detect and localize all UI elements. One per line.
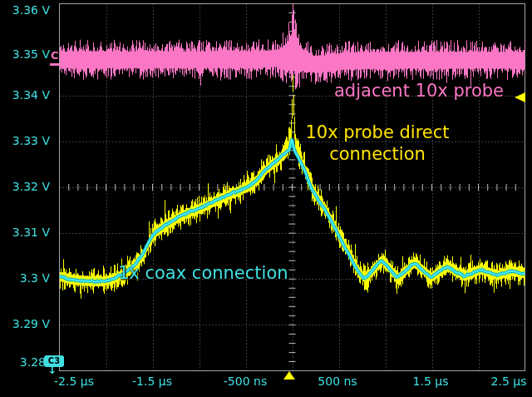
y-tick-label-3v33: 3.33 V	[0, 133, 50, 148]
channel-2-level-underline	[50, 63, 64, 66]
x-tick-label-p1u5: 1.5 µs	[393, 374, 468, 389]
y-tick-label-3v35: 3.35 V	[0, 47, 50, 62]
annotation-1x-coax-connection: 1x coax connection	[118, 263, 288, 283]
trigger-position-marker-icon[interactable]	[283, 371, 295, 380]
y-tick-label-3v30: 3.3 V	[0, 270, 50, 285]
x-tick-label-m1u5: -1.5 µs	[115, 374, 190, 389]
x-tick-label-m500n: -500 ns	[208, 374, 283, 389]
trigger-level-marker-icon[interactable]	[515, 92, 525, 102]
channel-3-offscreen-arrow-icon: ↓	[46, 364, 59, 376]
y-tick-label-3v29: 3.29 V	[0, 316, 50, 331]
y-tick-label-3v31: 3.31 V	[0, 225, 50, 240]
y-tick-label-3v28: 3.28	[0, 355, 46, 370]
oscilloscope-screen: 3.36 V 3.35 V 3.34 V 3.33 V 3.32 V 3.31 …	[0, 0, 532, 397]
waveform-canvas	[0, 0, 532, 397]
annotation-10x-probe-direct-line2: connection	[271, 143, 484, 165]
y-tick-label-3v32: 3.32 V	[0, 179, 50, 194]
x-tick-label-p500n: 500 ns	[300, 374, 375, 389]
channel-2-level-marker[interactable]: C2	[51, 50, 66, 62]
annotation-adjacent-10x-probe: adjacent 10x probe	[334, 81, 504, 101]
annotation-10x-probe-direct: 10x probe direct connection	[271, 122, 484, 165]
y-tick-label-3v36: 3.36 V	[0, 2, 50, 17]
annotation-10x-probe-direct-line1: 10x probe direct	[271, 122, 484, 143]
y-tick-label-3v34: 3.34 V	[0, 87, 50, 102]
x-tick-label-p2u5: 2.5 µs	[471, 374, 532, 389]
